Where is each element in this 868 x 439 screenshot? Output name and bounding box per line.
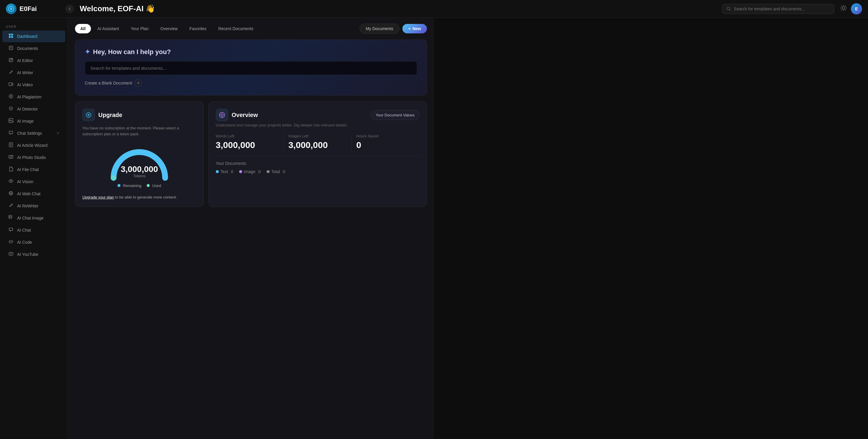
sidebar-item-label: AI Image [17,119,59,123]
main-layout: USER Dashboard Documents AI Editor AI Wr… [0,18,434,439]
sidebar-item-label: Documents [17,46,59,51]
sidebar-item-ai-file-chat[interactable]: AI File Chat [2,164,65,175]
ai-web-chat-icon [8,191,13,197]
sidebar-item-label: AI Photo Studio [17,155,59,160]
sidebar-item-ai-web-chat[interactable]: AI Web Chat [2,188,65,200]
sidebar-item-ai-vision[interactable]: AI Vision [2,176,65,187]
sidebar-item-ai-article-wizard[interactable]: AI Article Wizard [2,140,65,151]
sidebar-item-ai-editor[interactable]: AI Editor [2,55,65,66]
stat-images-label: Images Left [288,134,347,138]
docs-legend: Text 0 Image 0 Total 0 [216,169,420,174]
overview-title: Overview [232,112,258,118]
hero-card: ✦ Hey, How can I help you? Create a Blan… [75,39,427,95]
sidebar-item-label: AI Article Wizard [17,143,59,148]
create-blank-button[interactable]: Create a Blank Document + [85,79,417,87]
docs-legend-total: Total 0 [267,169,285,174]
svg-rect-22 [9,83,12,86]
upgrade-icon [82,109,95,121]
tab-favorites[interactable]: Favorites [184,24,212,33]
tab-all[interactable]: All [75,24,91,33]
upgrade-title: Upgrade [98,112,122,118]
tab-recent-documents[interactable]: Recent Documents [213,24,259,33]
upgrade-card-header: Upgrade [82,109,122,121]
sidebar-item-label: AI Web Chat [17,192,59,196]
sparkle-icon: ✦ [85,48,90,56]
sidebar-item-ai-chat-image[interactable]: AI Chat Image [2,212,65,224]
hero-title: ✦ Hey, How can I help you? [85,48,417,56]
ai-code-icon [8,239,13,245]
gauge-svg: 3,000,000 Tokens [107,146,172,181]
total-dot [267,170,270,173]
sidebar-item-label: AI Detector [17,107,59,111]
svg-rect-16 [9,36,11,38]
new-button[interactable]: + New [402,24,427,33]
upgrade-card: Upgrade You have no subscription at the … [75,101,204,207]
svg-point-28 [10,119,11,120]
chat-settings-add-button[interactable]: + [57,130,59,136]
docs-legend-text: Text 0 [216,169,233,174]
svg-rect-18 [9,46,13,50]
sidebar-item-ai-video[interactable]: AI Video [2,79,65,91]
svg-point-34 [10,156,12,158]
tabs-right: My Documents + New [360,24,427,34]
sidebar-item-label: Chat Settings [17,131,53,136]
stat-hours-value: 0 [356,140,415,150]
sidebar-item-ai-image[interactable]: AI Image [2,115,65,127]
create-blank-plus-icon: + [134,79,142,87]
svg-point-1 [10,8,12,10]
overview-desc: Understand and manage your projects bett… [216,123,420,127]
tab-your-plan[interactable]: Your Plan [125,24,154,33]
documents-icon [8,46,13,51]
sidebar-item-ai-code[interactable]: AI Code [2,236,65,248]
sidebar-item-label: AI File Chat [17,167,59,172]
dashboard-icon [8,33,13,39]
sidebar-item-ai-youtube[interactable]: AI YouTube [2,248,65,260]
svg-text:Tokens: Tokens [133,174,146,178]
gauge-legend: Remaining Used [118,183,161,188]
my-documents-button[interactable]: My Documents [360,24,399,34]
overview-title-area: Overview [216,109,258,121]
sidebar-item-chat-settings[interactable]: Chat Settings + [2,127,65,139]
sidebar-item-ai-plagiarism[interactable]: AI Plagiarism [2,91,65,103]
ai-image-icon [8,118,13,124]
sidebar-item-label: AI Video [17,82,59,87]
sidebar-item-label: AI Writer [17,70,59,75]
sidebar-item-label: AI Code [17,240,59,244]
hero-search-input[interactable] [85,61,417,75]
svg-rect-14 [9,34,11,35]
overview-header: Overview Your Document Values [216,109,420,121]
collapse-sidebar-button[interactable] [66,5,74,13]
svg-rect-15 [11,34,13,35]
docs-legend-image: Image 0 [239,169,261,174]
stat-images-value: 3,000,000 [288,140,347,150]
sidebar-item-ai-rewriter[interactable]: AI ReWriter [2,200,65,212]
overview-card: Overview Your Document Values Understand… [209,101,427,207]
stat-hours-saved: Hours Saved 0 [352,134,420,150]
overview-icon [216,109,228,121]
sidebar-item-dashboard[interactable]: Dashboard [2,30,65,42]
sidebar-item-ai-photo-studio[interactable]: AI Photo Studio [2,151,65,164]
tab-overview[interactable]: Overview [155,24,183,33]
sidebar: USER Dashboard Documents AI Editor AI Wr… [0,18,68,439]
sidebar-item-ai-chat[interactable]: AI Chat [2,224,65,236]
svg-text:3,000,000: 3,000,000 [121,164,158,174]
svg-marker-44 [11,253,12,255]
ai-editor-icon [8,58,13,63]
stat-words-value: 3,000,000 [216,140,279,150]
sidebar-item-label: AI ReWriter [17,204,59,208]
sidebar-item-ai-writer[interactable]: AI Writer [2,67,65,79]
logo-area: E0Fai [6,4,74,14]
sidebar-item-documents[interactable]: Documents [2,42,65,54]
sidebar-item-label: AI Plagiarism [17,94,59,99]
upgrade-plan-link[interactable]: Upgrade your plan [82,195,114,199]
sidebar-item-ai-detector[interactable]: AI Detector [2,103,65,115]
ai-vision-icon [8,179,13,185]
svg-point-35 [12,156,13,156]
stat-words-label: Words Left [216,134,279,138]
svg-point-26 [11,108,11,109]
tab-ai-assistant[interactable]: AI Assistant [92,24,124,33]
sidebar-item-label: AI YouTube [17,252,59,257]
ai-chat-icon [8,227,13,233]
your-document-values-button[interactable]: Your Document Values [371,110,420,120]
sidebar-item-label: AI Chat [17,228,59,233]
